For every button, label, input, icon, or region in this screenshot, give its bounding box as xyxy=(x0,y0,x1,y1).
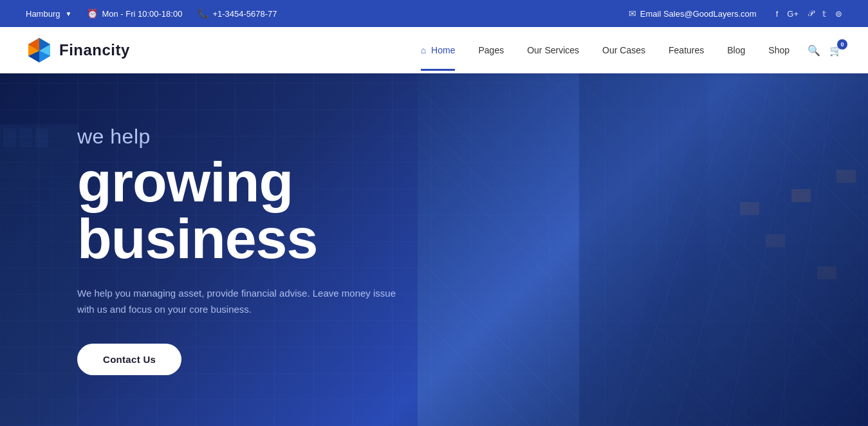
email-label: Email Sales@GoodLayers.com xyxy=(640,9,757,19)
top-bar-left: Hamburg ▼ ⏰ Mon - Fri 10:00-18:00 📞 +1-3… xyxy=(26,8,609,19)
nav-link-features[interactable]: Features xyxy=(657,30,716,71)
clock-icon: ⏰ xyxy=(87,8,98,19)
nav-link-shop[interactable]: Shop xyxy=(757,30,801,71)
nav-link-blog[interactable]: Blog xyxy=(716,30,757,71)
hours-item: ⏰ Mon - Fri 10:00-18:00 xyxy=(87,8,182,19)
email-icon: ✉ xyxy=(629,8,636,19)
logo-icon xyxy=(26,37,53,64)
hero-title: growing business xyxy=(77,154,425,267)
location-dropdown-icon: ▼ xyxy=(65,10,71,17)
nav-item-blog[interactable]: Blog xyxy=(716,30,757,71)
phone-item[interactable]: 📞 +1-3454-5678-77 xyxy=(198,8,277,19)
nav-link-our-services[interactable]: Our Services xyxy=(515,30,591,71)
hero-content: we help growing business We help you man… xyxy=(0,125,502,375)
nav-item-features[interactable]: Features xyxy=(657,30,716,71)
cart-badge: 0 xyxy=(837,39,847,50)
top-bar: Hamburg ▼ ⏰ Mon - Fri 10:00-18:00 📞 +1-3… xyxy=(0,0,868,27)
twitter-icon[interactable]: 𝕥 xyxy=(822,9,826,19)
home-icon: ⌂ xyxy=(421,45,426,55)
social-links: f G+ 𝒫 𝕥 ⊚ xyxy=(776,8,842,19)
svg-rect-27 xyxy=(766,234,785,247)
location-label: Hamburg xyxy=(26,9,60,19)
nav-item-shop[interactable]: Shop xyxy=(757,30,801,71)
svg-rect-30 xyxy=(836,170,856,183)
contact-us-button[interactable]: Contact Us xyxy=(77,344,181,375)
nav-item-our-cases[interactable]: Our Cases xyxy=(591,30,657,71)
nav-link-home[interactable]: ⌂ Home xyxy=(409,30,467,71)
svg-rect-29 xyxy=(817,266,836,279)
search-icon[interactable]: 🔍 xyxy=(808,44,820,57)
nav-link-pages[interactable]: Pages xyxy=(466,30,515,71)
pinterest-icon[interactable]: 𝒫 xyxy=(808,8,813,19)
google-plus-icon[interactable]: G+ xyxy=(787,9,799,19)
nav-actions: 🔍 🛒 0 xyxy=(808,44,842,57)
email-item[interactable]: ✉ Email Sales@GoodLayers.com xyxy=(629,8,757,19)
nav-item-home[interactable]: ⌂ Home xyxy=(409,30,467,71)
facebook-icon[interactable]: f xyxy=(776,9,779,19)
hero-section: we help growing business We help you man… xyxy=(0,73,868,426)
hours-label: Mon - Fri 10:00-18:00 xyxy=(102,9,182,19)
nav-item-pages[interactable]: Pages xyxy=(466,30,515,71)
phone-icon: 📞 xyxy=(198,8,208,19)
instagram-icon[interactable]: ⊚ xyxy=(835,9,842,19)
hero-subtitle: we help xyxy=(77,125,425,149)
hero-description: We help you managing asset, provide fina… xyxy=(77,285,412,318)
svg-rect-28 xyxy=(791,189,811,202)
svg-rect-26 xyxy=(740,202,759,215)
location-item[interactable]: Hamburg ▼ xyxy=(26,9,71,19)
navbar: Financity ⌂ Home Pages Our Services Our … xyxy=(0,27,868,73)
logo[interactable]: Financity xyxy=(26,37,130,64)
phone-label: +1-3454-5678-77 xyxy=(212,9,277,19)
logo-text: Financity xyxy=(59,41,130,59)
nav-item-our-services[interactable]: Our Services xyxy=(515,30,591,71)
nav-link-our-cases[interactable]: Our Cases xyxy=(591,30,657,71)
nav-links: ⌂ Home Pages Our Services Our Cases Feat… xyxy=(409,30,801,71)
cart-wrapper[interactable]: 🛒 0 xyxy=(829,44,842,57)
